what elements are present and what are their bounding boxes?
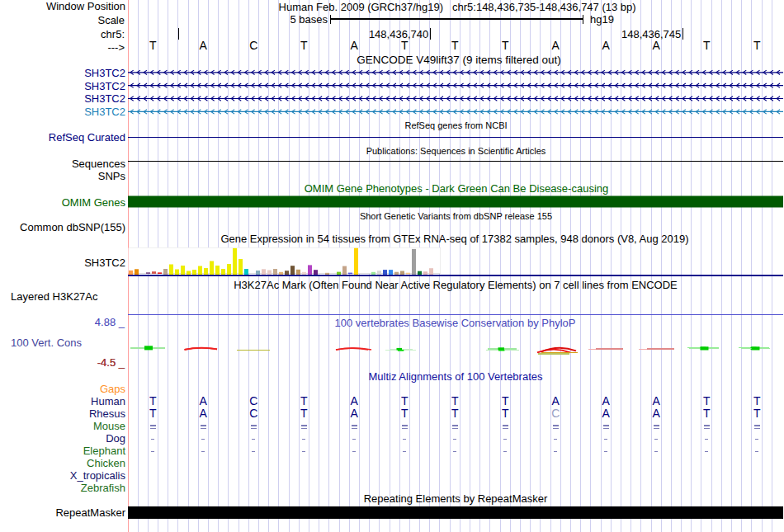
svg-text:C: C xyxy=(249,394,257,407)
svg-text:OMIM Gene Phenotypes - Dark Gr: OMIM Gene Phenotypes - Dark Green Can Be… xyxy=(305,182,609,195)
svg-text:A: A xyxy=(602,394,611,407)
svg-text:T: T xyxy=(300,407,308,420)
svg-text:Elephant: Elephant xyxy=(83,445,126,457)
svg-text:C: C xyxy=(551,407,560,420)
svg-text:Mouse: Mouse xyxy=(93,420,125,432)
svg-text:SH3TC2: SH3TC2 xyxy=(84,106,125,118)
svg-text:T: T xyxy=(753,407,761,420)
svg-text:Zebrafish: Zebrafish xyxy=(81,482,125,494)
svg-text:T: T xyxy=(703,407,711,420)
svg-text:chr5:148,436,735-148,436,747 (: chr5:148,436,735-148,436,747 (13 bp) xyxy=(452,1,636,13)
svg-text:RefSeq Curated: RefSeq Curated xyxy=(49,131,125,144)
svg-text:T: T xyxy=(300,39,308,52)
svg-text:A: A xyxy=(653,39,661,52)
svg-text:Chicken: Chicken xyxy=(87,457,125,469)
svg-text:Scale: Scale xyxy=(97,14,125,26)
svg-text:A: A xyxy=(653,407,661,420)
svg-text:Short Genetic Variants from db: Short Genetic Variants from dbSNP releas… xyxy=(360,211,552,221)
svg-text:T: T xyxy=(149,39,157,52)
svg-text:T: T xyxy=(451,39,459,52)
svg-text:SNPs: SNPs xyxy=(98,170,126,182)
svg-text:T: T xyxy=(149,394,157,407)
svg-text:T: T xyxy=(401,407,409,420)
svg-text:GENCODE V49lift37 (9 items fil: GENCODE V49lift37 (9 items filtered out) xyxy=(357,54,561,66)
svg-text:T: T xyxy=(401,394,409,407)
svg-text:Gene Expression in 54 tissues: Gene Expression in 54 tissues from GTEx … xyxy=(220,233,688,245)
svg-text:X_tropicalis: X_tropicalis xyxy=(70,469,126,482)
svg-text:A: A xyxy=(200,394,208,407)
svg-text:T: T xyxy=(502,39,509,52)
svg-text:hg19: hg19 xyxy=(590,13,614,26)
svg-text:-4.5 _: -4.5 _ xyxy=(97,356,125,369)
svg-text:T: T xyxy=(451,394,459,407)
svg-text:SH3TC2: SH3TC2 xyxy=(84,257,125,269)
svg-text:A: A xyxy=(602,407,611,420)
svg-text:SH3TC2: SH3TC2 xyxy=(84,67,125,79)
svg-text:T: T xyxy=(703,39,711,52)
svg-text:A: A xyxy=(200,39,208,52)
svg-text:A: A xyxy=(552,394,560,407)
svg-text:C: C xyxy=(249,407,257,420)
svg-text:Layered H3K27Ac: Layered H3K27Ac xyxy=(11,290,98,303)
svg-text:4.88 _: 4.88 _ xyxy=(95,316,125,328)
svg-text:T: T xyxy=(753,394,761,407)
svg-text:T: T xyxy=(300,394,308,407)
svg-text:OMIM Genes: OMIM Genes xyxy=(62,196,126,209)
svg-text:Gaps: Gaps xyxy=(100,383,126,395)
svg-text:A: A xyxy=(351,407,359,420)
svg-text:148,436,745: 148,436,745 xyxy=(621,28,681,40)
svg-text:Repeating Elements by RepeatMa: Repeating Elements by RepeatMasker xyxy=(364,492,548,505)
svg-text:T: T xyxy=(149,407,157,420)
svg-text:A: A xyxy=(351,394,359,407)
svg-text:A: A xyxy=(552,39,560,52)
svg-text:RepeatMasker: RepeatMasker xyxy=(55,506,125,519)
svg-text:T: T xyxy=(502,407,509,420)
svg-text:T: T xyxy=(401,39,409,52)
svg-text:SH3TC2: SH3TC2 xyxy=(84,92,125,105)
svg-text:A: A xyxy=(653,394,661,407)
svg-text:Dog: Dog xyxy=(106,432,125,445)
svg-text:SH3TC2: SH3TC2 xyxy=(84,80,125,92)
svg-text:chr5:: chr5: xyxy=(101,28,125,40)
svg-text:100 Vert. Cons: 100 Vert. Cons xyxy=(11,337,82,349)
svg-text:--->: ---> xyxy=(107,41,125,54)
svg-text:T: T xyxy=(753,39,761,52)
svg-text:5 bases: 5 bases xyxy=(290,13,328,26)
svg-text:148,436,740: 148,436,740 xyxy=(369,28,428,40)
svg-text:H3K27Ac Mark (Often Found Near: H3K27Ac Mark (Often Found Near Active Re… xyxy=(234,279,678,291)
svg-text:Human: Human xyxy=(91,395,125,407)
svg-text:T: T xyxy=(451,407,459,420)
svg-text:Publications: Sequences in Sci: Publications: Sequences in Scientific Ar… xyxy=(366,146,546,156)
svg-text:A: A xyxy=(602,39,611,52)
svg-text:T: T xyxy=(703,394,711,407)
svg-text:Window Position: Window Position xyxy=(46,0,125,12)
svg-text:A: A xyxy=(351,39,359,52)
svg-text:100 vertebrates Basewise Conse: 100 vertebrates Basewise Conservation by… xyxy=(335,317,576,329)
svg-text:Multiz Alignments of 100 Verte: Multiz Alignments of 100 Vertebrates xyxy=(368,370,543,383)
svg-text:RefSeq genes from NCBI: RefSeq genes from NCBI xyxy=(404,120,507,130)
svg-text:Human Feb. 2009 (GRCh37/hg19): Human Feb. 2009 (GRCh37/hg19) xyxy=(279,1,443,13)
svg-text:A: A xyxy=(200,407,208,420)
svg-text:Rhesus: Rhesus xyxy=(89,407,126,420)
svg-text:C: C xyxy=(249,39,257,52)
svg-text:Common dbSNP(155): Common dbSNP(155) xyxy=(20,221,125,233)
svg-text:T: T xyxy=(502,394,509,407)
svg-text:Sequences: Sequences xyxy=(72,158,126,170)
